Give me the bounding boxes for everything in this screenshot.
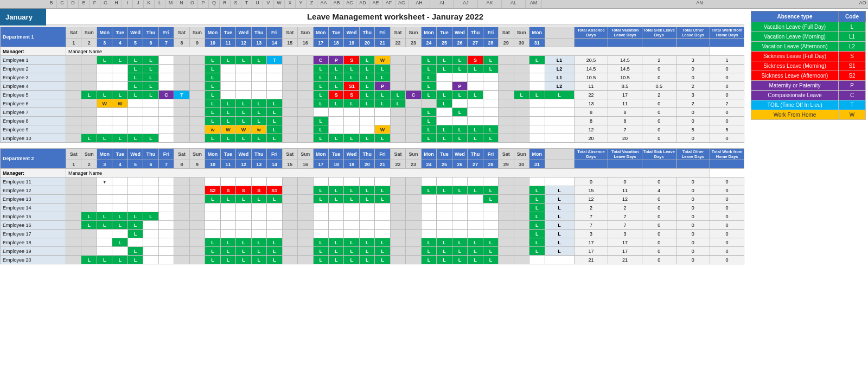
day-thu4: Thu	[468, 27, 483, 39]
day-wed1: Wed	[127, 27, 143, 39]
day-sun4: Sun	[406, 27, 421, 39]
table-row: Employee 16 L L L L	[1, 221, 744, 230]
list-item: Sickness Leave (Full Day) S	[751, 52, 866, 61]
table-row: Employee 14	[1, 204, 744, 212]
dept2-manager-row: Manager: Manager Name	[1, 169, 744, 177]
day-tue1: Tue	[112, 27, 127, 39]
day-thu3: Thu	[359, 27, 374, 39]
day-wed3: Wed	[344, 27, 359, 39]
day-tue2: Tue	[220, 27, 235, 39]
january-label: January	[0, 9, 46, 26]
day-thu1: Thu	[143, 27, 158, 39]
total-vacation-header: Total Vacation Leave Days	[608, 27, 642, 39]
page-title: Leave Management worksheet - Januray 202…	[46, 9, 744, 26]
total-sick-header: Total Sick Leave Days	[642, 27, 676, 39]
list-item: Sickness Leave (Morning) S1	[751, 61, 866, 71]
absence-legend-panel: Absence type Code Vacation Leave (Full D…	[749, 9, 868, 271]
day-tue4: Tue	[437, 27, 452, 39]
total-wfh-header: Total Work from Home Days	[710, 27, 744, 39]
list-item: TOIL (Time Off In Lieu) T	[751, 100, 866, 110]
day-tue3: Tue	[328, 27, 343, 39]
dept2-total-vacation-header: Total Vacation Leave Days	[608, 149, 642, 160]
day-fri4: Fri	[483, 27, 498, 39]
table-row: Employee 12 S2 S S	[1, 186, 744, 195]
dept1-table: Department 1 Sat Sun Mon Tue Wed Thu Fri…	[0, 27, 744, 143]
table-row: Employee 6 W W L L L	[1, 99, 744, 108]
day-mon1: Mon	[97, 27, 112, 39]
day-mon3: Mon	[313, 27, 328, 39]
list-item: Work From Home W	[751, 110, 866, 120]
absence-type-table: Absence type Code Vacation Leave (Full D…	[751, 11, 866, 120]
day-sat5: Sat	[499, 27, 514, 39]
table-row: Employee 9 w W W	[1, 125, 744, 134]
table-row: Employee 17 L	[1, 230, 744, 238]
dept2-total-sick-header: Total Sick Leave Days	[642, 149, 676, 160]
day-sat4: Sat	[390, 27, 405, 39]
table-row: Employee 7 L L L	[1, 108, 744, 117]
day-wed4: Wed	[452, 27, 467, 39]
day-wed2: Wed	[236, 27, 251, 39]
list-item: Vacation Leave (Afternoon) L2	[751, 42, 866, 52]
day-mon2: Mon	[205, 27, 220, 39]
table-row: Employee 2 L L L	[1, 65, 744, 73]
table-row: Employee 4 L L L	[1, 82, 744, 91]
list-item: Maternity or Paternity P	[751, 81, 866, 91]
table-row: Employee 5 L L L L L C T L	[1, 91, 744, 99]
table-row: Employee 20 L L L L L L L	[1, 256, 744, 264]
table-row: Employee 18 L L L L	[1, 238, 744, 247]
total-other-header: Total Other Leave Days	[676, 27, 710, 39]
table-row: Employee 19 L L L L	[1, 247, 744, 256]
day-sun2: Sun	[189, 27, 205, 39]
table-row: Employee 10 L L L L L L L L	[1, 134, 744, 143]
list-item: Vacation Leave (Full Day) L	[751, 22, 866, 32]
day-sun5: Sun	[514, 27, 529, 39]
table-row: Employee 1 L L L L L L L	[1, 56, 744, 65]
dept2-total-absence-header: Total Absence Days	[574, 149, 608, 160]
dept2-total-wfh-header: Total Work from Home Days	[710, 149, 744, 160]
total-absence-header: Total Absence Days	[574, 27, 608, 39]
day-sun1: Sun	[81, 27, 97, 39]
dept1-label: Department 1	[1, 27, 66, 47]
list-item: Sickness Leave (Afternoon) S2	[751, 71, 866, 81]
table-row: Employee 8 L L L	[1, 117, 744, 125]
day-fri3: Fri	[375, 27, 390, 39]
day-sat1: Sat	[66, 27, 81, 39]
day-fri1: Fri	[158, 27, 174, 39]
absence-type-col-header: Absence type	[751, 11, 839, 22]
day-thu2: Thu	[251, 27, 266, 39]
table-row: Employee 3 L L L	[1, 73, 744, 82]
day-mon5: Mon	[529, 27, 545, 39]
dept2-label: Department 2	[1, 149, 66, 169]
table-row: Employee 15 L L L L L	[1, 212, 744, 221]
table-row: Employee 13 L L L	[1, 195, 744, 204]
dept2-total-other-header: Total Other Leave Days	[676, 149, 710, 160]
table-row: Employee 11 ▼	[1, 177, 744, 186]
dept1-manager-row: Manager: Manager Name	[1, 47, 744, 56]
code-header	[545, 27, 574, 39]
day-sat2: Sat	[174, 27, 189, 39]
list-item: Compassionate Leave C	[751, 91, 866, 100]
day-fri2: Fri	[267, 27, 282, 39]
day-mon4: Mon	[421, 27, 436, 39]
day-sat3: Sat	[282, 27, 297, 39]
list-item: Vacation Leave (Morning) L1	[751, 32, 866, 42]
absence-code-col-header: Code	[839, 11, 866, 22]
day-sun3: Sun	[298, 27, 313, 39]
dept2-table: Department 2 Sat Sun Mon Tue Wed Thu Fri…	[0, 148, 744, 264]
